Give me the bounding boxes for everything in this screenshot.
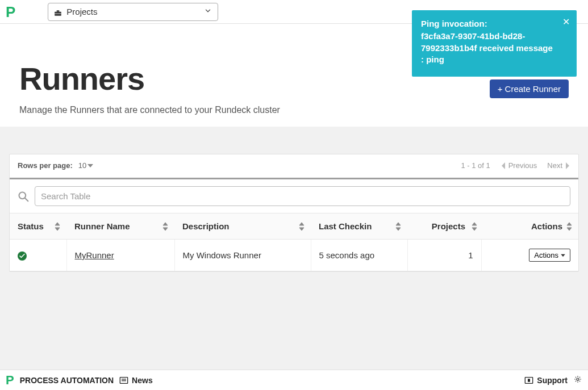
runners-table: Status Runner Name Description Last Chec… [10,213,578,271]
sort-icon [395,223,402,230]
caret-down-icon [561,254,565,257]
page-range: 1 - 1 of 1 [461,161,490,170]
svg-rect-2 [55,13,62,14]
close-icon[interactable]: ✕ [562,16,570,28]
create-runner-label: Create Runner [505,84,561,94]
page-subtitle: Manage the Runners that are connected to… [19,105,569,115]
footer-brand: PROCESS AUTOMATION [20,376,114,385]
gear-icon[interactable] [573,375,582,385]
prev-page-button[interactable]: Previous [501,161,537,170]
briefcase-icon [54,9,62,15]
project-selector-label: Projects [66,7,97,16]
row-actions-button[interactable]: Actions [529,249,570,262]
caret-down-icon [87,163,93,168]
next-label: Next [547,161,562,170]
project-selector[interactable]: Projects [48,3,218,21]
svg-line-4 [25,198,28,201]
col-checkin[interactable]: Last Checkin [311,213,407,240]
name-cell: MyRunner [66,240,174,271]
support-icon [524,376,533,384]
col-name-label: Runner Name [74,221,130,231]
col-projects[interactable]: Projects [407,213,481,240]
toast-body: f3cfa3a7-9307-41bd-bd28-7992333b1b4f rec… [421,31,556,65]
projects-cell: 1 [407,240,481,271]
arrow-right-icon [565,162,570,169]
sort-icon [162,223,169,230]
app-logo: P [6,5,15,19]
svg-point-10 [577,378,579,380]
news-link[interactable]: News [119,376,153,385]
news-label: News [132,376,153,385]
arrow-left-icon [501,162,506,169]
description-cell: My Windows Runner [174,240,311,271]
sort-icon [566,223,573,230]
create-runner-button[interactable]: + Create Runner [490,79,569,98]
actions-cell: Actions [481,240,578,271]
search-row [10,179,578,213]
col-actions-label: Actions [531,221,562,231]
col-status-label: Status [18,221,44,231]
chevron-down-icon [204,7,212,17]
search-input[interactable] [35,186,570,206]
svg-rect-9 [528,379,530,381]
checkin-cell: 5 seconds ago [311,240,407,271]
col-projects-label: Projects [432,221,465,231]
runner-name-link[interactable]: MyRunner [75,250,114,260]
col-status[interactable]: Status [10,213,66,240]
rows-per-page-value: 10 [78,161,86,170]
footer-bar: P PROCESS AUTOMATION News Support [0,370,588,390]
plus-icon: + [498,84,503,94]
col-checkin-label: Last Checkin [319,221,372,231]
table-toolbar: Rows per page: 10 1 - 1 of 1 Previous Ne… [10,154,578,179]
table-row: MyRunner My Windows Runner 5 seconds ago… [10,240,578,271]
col-description-label: Description [182,221,230,231]
search-icon [18,191,29,202]
main-content: Rows per page: 10 1 - 1 of 1 Previous Ne… [0,127,588,390]
rows-per-page-selector[interactable]: 10 [78,161,93,170]
col-name[interactable]: Runner Name [66,213,174,240]
rows-per-page-label: Rows per page: [18,161,73,170]
pager: 1 - 1 of 1 Previous Next [461,161,570,170]
toast-title: Ping invocation: [421,18,556,30]
notification-toast: ✕ Ping invocation: f3cfa3a7-9307-41bd-bd… [412,10,577,77]
col-actions[interactable]: Actions [481,213,578,240]
sort-icon [471,223,478,230]
sort-icon [298,223,305,230]
support-label: Support [537,376,568,385]
sort-icon [54,223,61,230]
footer-logo: P [6,374,14,387]
news-icon [119,376,128,384]
row-actions-label: Actions [534,251,558,259]
prev-label: Previous [508,161,537,170]
support-link[interactable]: Support [524,376,568,385]
svg-rect-1 [57,10,60,11]
next-page-button[interactable]: Next [547,161,570,170]
runners-card: Rows per page: 10 1 - 1 of 1 Previous Ne… [9,154,579,272]
status-healthy-icon [18,251,27,261]
col-description[interactable]: Description [174,213,311,240]
status-cell [10,240,66,271]
